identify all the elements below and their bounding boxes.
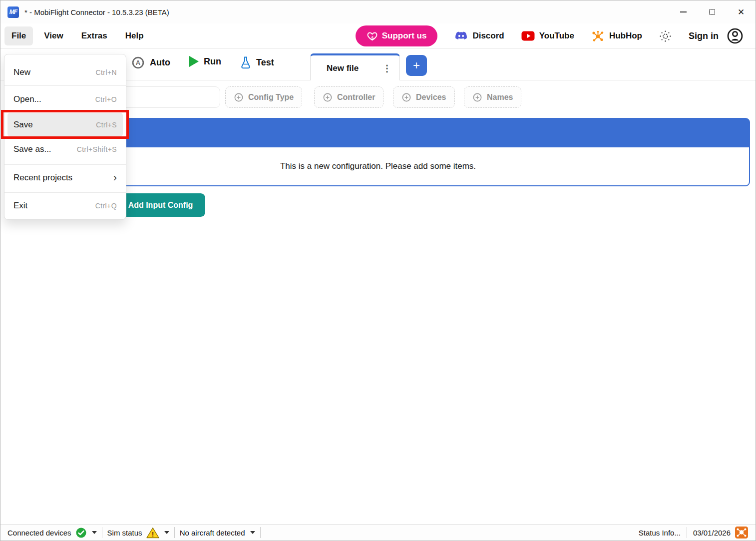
empty-config-message: This is a new configuration. Please add … bbox=[280, 161, 476, 171]
menu-item-new[interactable]: New Ctrl+N bbox=[4, 60, 126, 84]
auto-label: Auto bbox=[150, 57, 170, 68]
menu-item-save[interactable]: Save Ctrl+S bbox=[7, 113, 123, 136]
aircraft-label: No aircraft detected bbox=[180, 529, 245, 537]
youtube-icon bbox=[521, 31, 535, 41]
menu-item-label: New bbox=[13, 67, 30, 77]
menu-item-shortcut: Ctrl+O bbox=[95, 95, 117, 103]
run-button[interactable]: Run bbox=[189, 56, 221, 67]
menu-bar: File View Extras Help $ Support us bbox=[0, 23, 756, 49]
submenu-chevron-icon: › bbox=[113, 172, 117, 183]
sign-in-button[interactable]: Sign in bbox=[689, 27, 744, 44]
sim-status-dropdown[interactable]: Sim status ! bbox=[102, 527, 174, 539]
auto-button[interactable]: A Auto bbox=[131, 56, 170, 69]
warning-icon: ! bbox=[146, 527, 159, 539]
success-check-icon bbox=[75, 527, 87, 539]
menu-item-shortcut: Ctrl+S bbox=[96, 121, 117, 129]
circle-plus-icon bbox=[323, 92, 333, 102]
menu-file[interactable]: File bbox=[4, 26, 33, 45]
menu-item-open[interactable]: Open... Ctrl+O bbox=[4, 87, 126, 111]
menu-item-exit[interactable]: Exit Ctrl+Q bbox=[4, 194, 126, 217]
menu-view[interactable]: View bbox=[37, 26, 70, 45]
svg-text:$: $ bbox=[371, 35, 374, 40]
menu-item-label: Save bbox=[13, 120, 33, 130]
chevron-down-icon bbox=[164, 531, 169, 534]
statusbar-right: Status Info... 03/01/2026 bbox=[633, 526, 756, 539]
status-bar: Connected devices Sim status ! No aircra… bbox=[0, 524, 756, 541]
window-title: * - MobiFlight Connector - 10.5.3.23 (BE… bbox=[24, 8, 169, 16]
menu-item-shortcut: Ctrl+Q bbox=[95, 202, 117, 210]
theme-toggle-button[interactable] bbox=[659, 30, 672, 42]
window-controls: ✕ bbox=[669, 0, 756, 23]
maximize-button[interactable] bbox=[698, 0, 727, 23]
menu-separator bbox=[4, 164, 126, 165]
menu-bar-left: File View Extras Help bbox=[4, 26, 151, 45]
discord-icon bbox=[454, 29, 468, 43]
tab-label: New file bbox=[327, 63, 359, 73]
heart-dollar-icon: $ bbox=[367, 30, 378, 42]
menu-item-label: Save as... bbox=[13, 144, 51, 154]
menu-item-save-as[interactable]: Save as... Ctrl+Shift+S bbox=[4, 137, 126, 161]
sun-icon bbox=[659, 30, 672, 42]
menu-item-label: Recent projects bbox=[13, 173, 72, 183]
plus-icon: + bbox=[413, 58, 420, 72]
filter-names-button[interactable]: Names bbox=[464, 86, 521, 108]
minimize-button[interactable] bbox=[669, 0, 698, 23]
run-label: Run bbox=[204, 56, 221, 67]
sign-in-label: Sign in bbox=[689, 31, 719, 41]
support-us-button[interactable]: $ Support us bbox=[356, 25, 438, 46]
hubhop-update-icon bbox=[735, 526, 749, 539]
circle-plus-icon bbox=[234, 92, 244, 102]
circle-plus-icon bbox=[401, 92, 411, 102]
maximize-icon bbox=[709, 9, 715, 15]
tab-new-file[interactable]: New file ⋮ bbox=[310, 53, 400, 81]
filter-devices-button[interactable]: Devices bbox=[393, 86, 455, 108]
chevron-down-icon bbox=[250, 531, 255, 534]
connected-devices-label: Connected devices bbox=[7, 529, 71, 537]
status-info-link[interactable]: Status Info... bbox=[633, 529, 687, 537]
filter-names-label: Names bbox=[487, 93, 513, 102]
mobiflight-logo-icon: MF bbox=[7, 6, 19, 18]
hubhop-icon bbox=[591, 29, 605, 43]
connected-devices-dropdown[interactable]: Connected devices bbox=[0, 527, 102, 539]
test-button[interactable]: Test bbox=[240, 56, 274, 69]
tab-options-kebab-icon[interactable]: ⋮ bbox=[382, 64, 391, 73]
filter-search-input[interactable] bbox=[110, 86, 220, 108]
app-window: MF * - MobiFlight Connector - 10.5.3.23 … bbox=[0, 0, 756, 541]
filter-controller-button[interactable]: Controller bbox=[314, 86, 383, 108]
discord-button[interactable]: Discord bbox=[454, 29, 504, 43]
avatar-icon bbox=[727, 27, 744, 44]
auto-circle-a-icon: A bbox=[131, 56, 145, 69]
minimize-icon bbox=[680, 11, 687, 12]
menu-separator bbox=[4, 85, 126, 86]
file-dropdown-menu: New Ctrl+N Open... Ctrl+O Save Ctrl+S Sa… bbox=[4, 54, 126, 220]
menu-extras[interactable]: Extras bbox=[74, 26, 114, 45]
menu-help[interactable]: Help bbox=[118, 26, 151, 45]
menu-separator bbox=[4, 192, 126, 193]
youtube-label: YouTube bbox=[539, 31, 574, 41]
filter-devices-label: Devices bbox=[416, 93, 446, 102]
discord-label: Discord bbox=[472, 31, 504, 41]
circle-plus-icon bbox=[472, 92, 482, 102]
close-icon: ✕ bbox=[738, 8, 745, 16]
chevron-down-icon bbox=[92, 531, 97, 534]
aircraft-dropdown[interactable]: No aircraft detected bbox=[175, 529, 260, 537]
add-tab-button[interactable]: + bbox=[406, 55, 427, 76]
sim-status-label: Sim status bbox=[107, 529, 142, 537]
menu-item-label: Exit bbox=[13, 201, 27, 211]
status-date: 03/01/2026 bbox=[687, 529, 735, 537]
hubhop-label: HubHop bbox=[609, 31, 642, 41]
close-button[interactable]: ✕ bbox=[727, 0, 756, 23]
add-input-config-button[interactable]: Add Input Config bbox=[116, 193, 205, 217]
support-us-label: Support us bbox=[382, 31, 427, 41]
hubhop-button[interactable]: HubHop bbox=[591, 29, 642, 43]
flask-icon bbox=[240, 56, 251, 69]
menu-item-recent-projects[interactable]: Recent projects › bbox=[4, 166, 126, 189]
menu-bar-right: $ Support us Discord bbox=[356, 25, 744, 46]
filter-config-type-label: Config Type bbox=[248, 93, 294, 102]
filter-config-type-button[interactable]: Config Type bbox=[225, 86, 302, 108]
menu-item-shortcut: Ctrl+Shift+S bbox=[77, 145, 117, 153]
filter-controller-label: Controller bbox=[337, 93, 375, 102]
statusbar-divider bbox=[260, 527, 261, 538]
svg-text:A: A bbox=[136, 59, 141, 66]
youtube-button[interactable]: YouTube bbox=[521, 31, 574, 41]
